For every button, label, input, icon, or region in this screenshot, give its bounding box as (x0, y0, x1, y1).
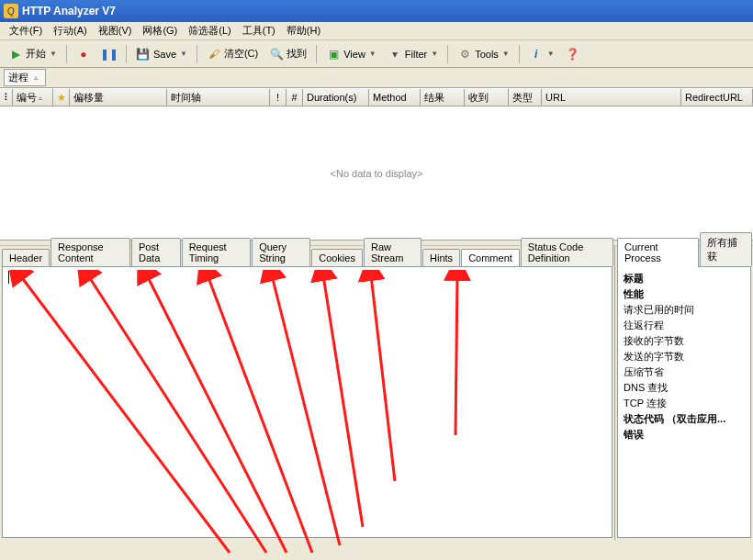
grid-header: ⠇ 编号▵ ★ 偏移量 时间轴 ! # Duration(s) Method 结… (0, 88, 753, 106)
col-bang[interactable]: ! (270, 89, 287, 106)
save-label: Save (153, 49, 176, 60)
help-button[interactable]: ❓ (561, 44, 585, 64)
save-icon: 💾 (136, 47, 151, 62)
separator (519, 45, 520, 63)
side-row-bytes-sent: 发送的字节数 (624, 349, 745, 364)
col-num[interactable]: 编号▵ (13, 89, 53, 106)
view-label: View (343, 49, 365, 60)
process-selector[interactable]: 进程 ▵ (4, 69, 46, 86)
tab-current-process[interactable]: Current Process (617, 238, 699, 267)
col-received[interactable]: 收到 (465, 89, 509, 106)
start-button[interactable]: ▶ 开始 ▼ (4, 44, 62, 64)
menu-view[interactable]: 视图(V) (93, 22, 138, 39)
filter-button[interactable]: ▾ Filter ▼ (383, 44, 443, 64)
menu-action[interactable]: 行动(A) (48, 22, 93, 39)
grid-body: <No data to display> (0, 106, 753, 241)
stop-icon: ● (76, 47, 91, 62)
side-row-error: 错误 (624, 427, 745, 442)
separator (447, 45, 448, 63)
grid-empty-text: <No data to display> (331, 168, 423, 179)
col-type[interactable]: 类型 (509, 89, 542, 106)
side-row-request-time: 请求已用的时间 (624, 302, 745, 318)
side-row-tcp: TCP 连接 (624, 396, 745, 411)
dropdown-icon: ▼ (431, 50, 438, 58)
info-button[interactable]: i ▼ (524, 44, 559, 64)
tools-button[interactable]: ⚙ Tools ▼ (453, 44, 514, 64)
side-row-performance: 性能 (624, 286, 745, 302)
clear-label: 清空(C) (224, 47, 258, 61)
info-icon: i (529, 47, 544, 62)
detail-tabs: Header Response Content Post Data Reques… (0, 246, 614, 266)
side-row-bytes-received: 接收的字节数 (624, 333, 745, 349)
side-row-title: 标题 (624, 271, 745, 286)
detail-pane: Header Response Content Post Data Reques… (0, 246, 615, 540)
lower-panes: Header Response Content Post Data Reques… (0, 246, 753, 540)
save-button[interactable]: 💾 Save ▼ (131, 44, 192, 64)
menu-help[interactable]: 帮助(H) (281, 22, 326, 39)
tab-header[interactable]: Header (2, 249, 50, 266)
separator (66, 45, 67, 63)
app-icon: Q (4, 4, 18, 18)
pause-button[interactable]: ❚❚ (97, 44, 121, 64)
tab-post-data[interactable]: Post Data (131, 238, 181, 266)
side-tabs: Current Process 所有捕获 (615, 246, 753, 266)
col-method[interactable]: Method (369, 89, 421, 106)
play-icon: ▶ (8, 47, 23, 62)
process-bar: 进程 ▵ (0, 68, 753, 88)
side-row-compression: 压缩节省 (624, 364, 745, 380)
tab-raw-stream[interactable]: Raw Stream (364, 238, 421, 266)
dropdown-icon: ▼ (547, 50, 555, 58)
detail-body[interactable] (2, 266, 613, 538)
stop-button[interactable]: ● (72, 44, 96, 64)
pause-icon: ❚❚ (102, 47, 117, 62)
view-icon: ▣ (326, 47, 341, 62)
text-cursor (8, 271, 9, 284)
window-title: HTTP Analyzer V7 (22, 5, 116, 17)
filter-icon: ▾ (388, 47, 402, 62)
side-row-dns: DNS 查找 (624, 380, 745, 396)
side-body: 标题 性能 请求已用的时间 往返行程 接收的字节数 发送的字节数 压缩节省 DN… (617, 266, 751, 538)
sort-icon: ▵ (39, 94, 42, 102)
clear-button[interactable]: 🖌 清空(C) (202, 44, 263, 64)
find-button[interactable]: 🔍 找到 (264, 44, 311, 64)
separator (197, 45, 197, 63)
side-pane: Current Process 所有捕获 标题 性能 请求已用的时间 往返行程 … (615, 246, 753, 540)
process-label: 进程 (8, 71, 28, 84)
filter-label: Filter (405, 49, 427, 60)
separator (316, 45, 317, 63)
gear-icon: ⚙ (457, 47, 472, 62)
menu-grid[interactable]: 网格(G) (137, 22, 183, 39)
menu-tools[interactable]: 工具(T) (237, 22, 281, 39)
start-label: 开始 (26, 47, 46, 61)
view-button[interactable]: ▣ View ▼ (321, 44, 381, 64)
dropdown-icon: ▼ (50, 50, 57, 58)
tab-response-content[interactable]: Response Content (51, 238, 130, 266)
col-duration[interactable]: Duration(s) (303, 89, 369, 106)
tab-hints[interactable]: Hints (422, 249, 460, 266)
col-star[interactable]: ★ (53, 89, 70, 106)
dropdown-icon: ▼ (502, 50, 510, 58)
col-result[interactable]: 结果 (421, 89, 465, 106)
tab-all-captures[interactable]: 所有捕获 (700, 232, 752, 266)
col-url[interactable]: URL (542, 89, 681, 106)
col-hash[interactable]: # (287, 89, 303, 106)
tab-status-code-definition[interactable]: Status Code Definition (521, 238, 613, 266)
tools-label: Tools (475, 49, 499, 60)
menu-file[interactable]: 文件(F) (4, 22, 48, 39)
tab-query-string[interactable]: Query String (252, 238, 310, 266)
tab-cookies[interactable]: Cookies (311, 249, 363, 266)
col-redirect[interactable]: RedirectURL (681, 89, 753, 106)
brush-icon: 🖌 (207, 47, 221, 62)
side-row-status-code: 状态代码 （双击应用... (624, 411, 745, 427)
separator (126, 45, 127, 63)
tab-request-timing[interactable]: Request Timing (182, 238, 252, 266)
col-offset[interactable]: 偏移量 (70, 89, 167, 106)
dropdown-icon: ▼ (180, 50, 187, 58)
dropdown-icon: ▵ (34, 73, 38, 82)
search-icon: 🔍 (269, 47, 284, 62)
col-toggle[interactable]: ⠇ (0, 89, 13, 106)
tab-comment[interactable]: Comment (461, 249, 520, 267)
col-timeline[interactable]: 时间轴 (167, 89, 270, 106)
menu-filter[interactable]: 筛选器(L) (183, 22, 236, 39)
window-titlebar: Q HTTP Analyzer V7 (0, 0, 753, 22)
